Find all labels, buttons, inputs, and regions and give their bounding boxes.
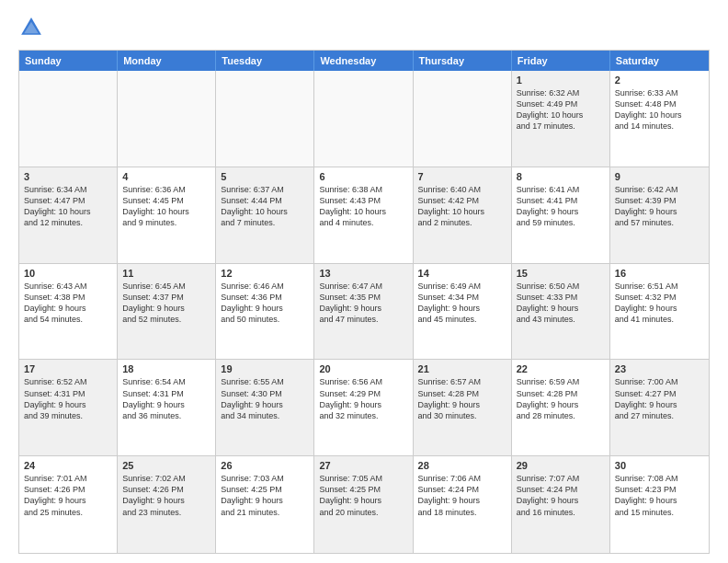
cell-day-23: 23Sunrise: 7:00 AM Sunset: 4:27 PM Dayli… xyxy=(610,360,709,455)
page: SundayMondayTuesdayWednesdayThursdayFrid… xyxy=(0,0,728,563)
calendar-row-3: 10Sunrise: 6:43 AM Sunset: 4:38 PM Dayli… xyxy=(19,264,709,361)
cell-day-2: 2Sunrise: 6:33 AM Sunset: 4:48 PM Daylig… xyxy=(610,71,709,167)
day-number-14: 14 xyxy=(418,268,506,279)
day-number-23: 23 xyxy=(615,363,704,374)
calendar: SundayMondayTuesdayWednesdayThursdayFrid… xyxy=(18,50,710,554)
cell-day-16: 16Sunrise: 6:51 AM Sunset: 4:32 PM Dayli… xyxy=(610,264,709,360)
cell-day-3: 3Sunrise: 6:34 AM Sunset: 4:47 PM Daylig… xyxy=(19,167,118,263)
cell-day-13: 13Sunrise: 6:47 AM Sunset: 4:35 PM Dayli… xyxy=(314,264,413,360)
cell-info-6: Sunrise: 6:38 AM Sunset: 4:43 PM Dayligh… xyxy=(319,184,407,229)
cell-day-19: 19Sunrise: 6:55 AM Sunset: 4:30 PM Dayli… xyxy=(216,360,314,455)
cell-info-30: Sunrise: 7:08 AM Sunset: 4:23 PM Dayligh… xyxy=(615,473,704,518)
cell-day-27: 27Sunrise: 7:05 AM Sunset: 4:25 PM Dayli… xyxy=(314,456,413,553)
header xyxy=(18,15,710,40)
day-number-4: 4 xyxy=(122,171,210,182)
cell-day-29: 29Sunrise: 7:07 AM Sunset: 4:24 PM Dayli… xyxy=(512,456,610,553)
cell-info-29: Sunrise: 7:07 AM Sunset: 4:24 PM Dayligh… xyxy=(517,473,605,518)
day-number-7: 7 xyxy=(418,171,506,182)
day-number-30: 30 xyxy=(615,460,704,471)
calendar-row-1: 1Sunrise: 6:32 AM Sunset: 4:49 PM Daylig… xyxy=(19,71,709,167)
cell-day-17: 17Sunrise: 6:52 AM Sunset: 4:31 PM Dayli… xyxy=(19,360,118,455)
cell-info-8: Sunrise: 6:41 AM Sunset: 4:41 PM Dayligh… xyxy=(517,184,605,229)
cell-empty-0-0 xyxy=(19,71,118,167)
day-number-5: 5 xyxy=(221,171,309,182)
cell-info-4: Sunrise: 6:36 AM Sunset: 4:45 PM Dayligh… xyxy=(122,184,210,229)
cell-day-30: 30Sunrise: 7:08 AM Sunset: 4:23 PM Dayli… xyxy=(610,456,709,553)
cell-day-26: 26Sunrise: 7:03 AM Sunset: 4:25 PM Dayli… xyxy=(216,456,314,553)
cell-info-10: Sunrise: 6:43 AM Sunset: 4:38 PM Dayligh… xyxy=(24,281,112,326)
cell-empty-0-2 xyxy=(216,71,314,167)
header-day-tuesday: Tuesday xyxy=(216,51,314,71)
cell-day-20: 20Sunrise: 6:56 AM Sunset: 4:29 PM Dayli… xyxy=(314,360,413,455)
cell-day-22: 22Sunrise: 6:59 AM Sunset: 4:28 PM Dayli… xyxy=(512,360,610,455)
cell-empty-0-3 xyxy=(314,71,413,167)
cell-day-21: 21Sunrise: 6:57 AM Sunset: 4:28 PM Dayli… xyxy=(414,360,512,455)
cell-info-3: Sunrise: 6:34 AM Sunset: 4:47 PM Dayligh… xyxy=(24,184,112,229)
day-number-22: 22 xyxy=(517,363,605,374)
cell-day-25: 25Sunrise: 7:02 AM Sunset: 4:26 PM Dayli… xyxy=(118,456,216,553)
cell-info-22: Sunrise: 6:59 AM Sunset: 4:28 PM Dayligh… xyxy=(517,376,605,421)
cell-info-5: Sunrise: 6:37 AM Sunset: 4:44 PM Dayligh… xyxy=(221,184,309,229)
day-number-12: 12 xyxy=(221,268,309,279)
logo xyxy=(18,15,48,40)
cell-day-24: 24Sunrise: 7:01 AM Sunset: 4:26 PM Dayli… xyxy=(19,456,118,553)
cell-info-18: Sunrise: 6:54 AM Sunset: 4:31 PM Dayligh… xyxy=(122,376,210,421)
day-number-1: 1 xyxy=(517,75,605,86)
cell-day-14: 14Sunrise: 6:49 AM Sunset: 4:34 PM Dayli… xyxy=(414,264,512,360)
day-number-17: 17 xyxy=(24,363,112,374)
day-number-27: 27 xyxy=(319,460,407,471)
day-number-11: 11 xyxy=(122,268,210,279)
header-day-thursday: Thursday xyxy=(414,51,512,71)
cell-info-28: Sunrise: 7:06 AM Sunset: 4:24 PM Dayligh… xyxy=(418,473,506,518)
header-day-friday: Friday xyxy=(512,51,610,71)
header-day-sunday: Sunday xyxy=(19,51,118,71)
calendar-header: SundayMondayTuesdayWednesdayThursdayFrid… xyxy=(19,51,709,71)
day-number-20: 20 xyxy=(319,363,407,374)
cell-info-20: Sunrise: 6:56 AM Sunset: 4:29 PM Dayligh… xyxy=(319,376,407,421)
cell-info-7: Sunrise: 6:40 AM Sunset: 4:42 PM Dayligh… xyxy=(418,184,506,229)
calendar-body: 1Sunrise: 6:32 AM Sunset: 4:49 PM Daylig… xyxy=(19,71,709,553)
cell-day-15: 15Sunrise: 6:50 AM Sunset: 4:33 PM Dayli… xyxy=(512,264,610,360)
cell-info-13: Sunrise: 6:47 AM Sunset: 4:35 PM Dayligh… xyxy=(319,281,407,326)
cell-day-6: 6Sunrise: 6:38 AM Sunset: 4:43 PM Daylig… xyxy=(314,167,413,263)
cell-info-23: Sunrise: 7:00 AM Sunset: 4:27 PM Dayligh… xyxy=(615,376,704,421)
cell-info-15: Sunrise: 6:50 AM Sunset: 4:33 PM Dayligh… xyxy=(517,281,605,326)
day-number-6: 6 xyxy=(319,171,407,182)
day-number-2: 2 xyxy=(615,75,704,86)
header-day-saturday: Saturday xyxy=(610,51,709,71)
calendar-row-4: 17Sunrise: 6:52 AM Sunset: 4:31 PM Dayli… xyxy=(19,360,709,456)
cell-empty-0-1 xyxy=(118,71,216,167)
cell-info-17: Sunrise: 6:52 AM Sunset: 4:31 PM Dayligh… xyxy=(24,376,112,421)
cell-day-1: 1Sunrise: 6:32 AM Sunset: 4:49 PM Daylig… xyxy=(512,71,610,167)
calendar-row-5: 24Sunrise: 7:01 AM Sunset: 4:26 PM Dayli… xyxy=(19,456,709,553)
cell-info-14: Sunrise: 6:49 AM Sunset: 4:34 PM Dayligh… xyxy=(418,281,506,326)
cell-info-9: Sunrise: 6:42 AM Sunset: 4:39 PM Dayligh… xyxy=(615,184,704,229)
cell-empty-0-4 xyxy=(414,71,512,167)
day-number-3: 3 xyxy=(24,171,112,182)
cell-info-1: Sunrise: 6:32 AM Sunset: 4:49 PM Dayligh… xyxy=(517,87,605,132)
cell-info-16: Sunrise: 6:51 AM Sunset: 4:32 PM Dayligh… xyxy=(615,281,704,326)
cell-day-7: 7Sunrise: 6:40 AM Sunset: 4:42 PM Daylig… xyxy=(414,167,512,263)
cell-info-19: Sunrise: 6:55 AM Sunset: 4:30 PM Dayligh… xyxy=(221,376,309,421)
day-number-26: 26 xyxy=(221,460,309,471)
cell-day-4: 4Sunrise: 6:36 AM Sunset: 4:45 PM Daylig… xyxy=(118,167,216,263)
cell-info-26: Sunrise: 7:03 AM Sunset: 4:25 PM Dayligh… xyxy=(221,473,309,518)
logo-icon xyxy=(18,15,44,40)
cell-day-11: 11Sunrise: 6:45 AM Sunset: 4:37 PM Dayli… xyxy=(118,264,216,360)
cell-day-9: 9Sunrise: 6:42 AM Sunset: 4:39 PM Daylig… xyxy=(610,167,709,263)
cell-info-2: Sunrise: 6:33 AM Sunset: 4:48 PM Dayligh… xyxy=(615,87,704,132)
calendar-row-2: 3Sunrise: 6:34 AM Sunset: 4:47 PM Daylig… xyxy=(19,167,709,264)
cell-info-11: Sunrise: 6:45 AM Sunset: 4:37 PM Dayligh… xyxy=(122,281,210,326)
day-number-21: 21 xyxy=(418,363,506,374)
cell-info-21: Sunrise: 6:57 AM Sunset: 4:28 PM Dayligh… xyxy=(418,376,506,421)
day-number-19: 19 xyxy=(221,363,309,374)
day-number-9: 9 xyxy=(615,171,704,182)
cell-info-12: Sunrise: 6:46 AM Sunset: 4:36 PM Dayligh… xyxy=(221,281,309,326)
day-number-8: 8 xyxy=(517,171,605,182)
header-day-wednesday: Wednesday xyxy=(314,51,413,71)
day-number-28: 28 xyxy=(418,460,506,471)
cell-day-10: 10Sunrise: 6:43 AM Sunset: 4:38 PM Dayli… xyxy=(19,264,118,360)
day-number-25: 25 xyxy=(122,460,210,471)
day-number-24: 24 xyxy=(24,460,112,471)
day-number-16: 16 xyxy=(615,268,704,279)
